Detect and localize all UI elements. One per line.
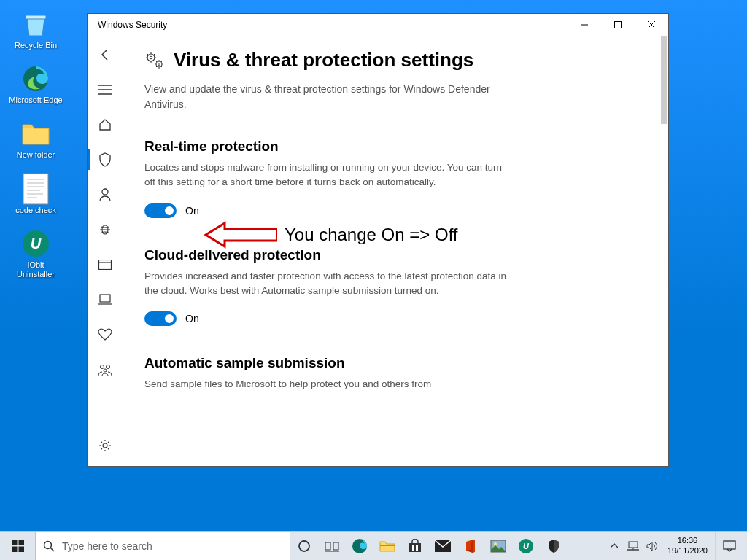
svg-point-18 [102,189,108,195]
cloud-protection-section: Cloud-delivered protection Provides incr… [144,247,646,327]
svg-rect-12 [615,22,622,28]
svg-line-36 [51,548,55,551]
close-button[interactable] [635,14,668,36]
auto-desc: Send sample files to Microsoft to help p… [144,377,509,392]
svg-point-27 [147,54,155,61]
action-center-icon[interactable] [715,532,743,561]
realtime-desc: Locates and stops malware from installin… [144,160,509,190]
maximize-button[interactable] [601,14,635,36]
svg-point-24 [107,365,110,369]
svg-point-29 [156,61,162,67]
cloud-toggle-label: On [185,313,199,324]
tray-network-icon[interactable] [625,532,641,561]
settings-icon[interactable] [88,431,123,460]
realtime-toggle[interactable] [144,203,177,218]
content-area: Virus & threat protection settings View … [123,36,668,466]
svg-point-26 [103,443,107,448]
edge-icon[interactable]: Microsoft Edge [9,63,63,105]
family-icon[interactable] [88,355,123,384]
svg-rect-32 [18,540,24,545]
svg-rect-53 [629,542,638,548]
titlebar[interactable]: Windows Security [88,14,668,36]
home-icon[interactable] [88,110,123,139]
realtime-toggle-label: On [185,205,199,217]
taskbar-clock[interactable]: 16:36 19/11/2020 [663,536,712,555]
svg-rect-21 [100,295,110,302]
svg-text:U: U [523,542,530,551]
svg-rect-19 [99,260,112,270]
svg-rect-2 [23,174,48,204]
auto-sample-section: Automatic sample submission Send sample … [144,355,646,392]
page-subtitle: View and update the virus & threat prote… [144,82,509,112]
svg-point-37 [299,541,309,551]
svg-rect-38 [325,542,330,550]
cloud-title: Cloud-delivered protection [144,247,646,263]
security-taskbar-icon[interactable] [540,532,568,561]
page-title: Virus & threat protection settings [174,49,473,71]
code-check-icon[interactable]: code check [9,174,63,215]
new-folder-icon[interactable]: New folder [9,118,63,160]
tray-volume-icon[interactable] [644,532,660,561]
start-button[interactable] [0,532,35,561]
shield-icon[interactable] [88,145,123,174]
svg-rect-39 [333,542,338,550]
system-tray: 16:36 19/11/2020 [606,532,747,561]
windows-security-window: Windows Security [87,13,669,467]
desktop: Recycle Bin Microsoft Edge New folder co… [0,0,747,560]
recycle-bin-icon[interactable]: Recycle Bin [9,9,63,50]
sidebar [88,36,123,466]
pictures-taskbar-icon[interactable] [484,532,512,561]
svg-rect-45 [416,545,418,548]
scrollbar[interactable] [659,36,667,182]
svg-rect-43 [409,543,421,552]
taskbar-apps: U [290,532,568,561]
task-view-icon[interactable] [318,532,346,561]
search-placeholder: Type here to search [62,540,152,552]
svg-rect-47 [416,548,418,551]
edge-taskbar-icon[interactable] [346,532,374,561]
desktop-icons: Recycle Bin Microsoft Edge New folder co… [9,9,67,292]
app-browser-icon[interactable] [88,250,123,279]
device-security-icon[interactable] [88,285,123,314]
cortana-icon[interactable] [290,532,318,561]
svg-rect-44 [412,545,414,548]
menu-button[interactable] [88,75,123,104]
store-taskbar-icon[interactable] [401,532,429,561]
firewall-icon[interactable] [88,215,123,244]
svg-rect-33 [12,547,18,553]
svg-rect-34 [18,547,24,553]
minimize-button[interactable] [568,14,601,36]
iobit-taskbar-icon[interactable]: U [512,532,540,561]
svg-rect-56 [724,541,735,549]
real-time-protection-section: Real-time protection Locates and stops m… [144,139,646,218]
clock-date: 19/11/2020 [667,546,708,556]
svg-rect-0 [26,15,46,19]
realtime-title: Real-time protection [144,139,646,155]
explorer-taskbar-icon[interactable] [374,532,401,561]
svg-point-23 [101,365,104,369]
iobit-uninstaller-icon[interactable]: U IObit Uninstaller [9,228,63,279]
office-taskbar-icon[interactable] [457,532,484,561]
svg-point-50 [494,542,497,545]
svg-point-28 [150,56,152,59]
svg-point-30 [158,63,160,65]
search-icon [43,540,55,552]
cloud-toggle[interactable] [144,311,177,326]
svg-rect-31 [12,540,18,545]
svg-point-25 [104,369,107,372]
virus-settings-icon [144,51,165,70]
mail-taskbar-icon[interactable] [429,532,457,561]
auto-title: Automatic sample submission [144,355,646,371]
account-icon[interactable] [88,180,123,209]
search-box[interactable]: Type here to search [35,532,290,561]
tray-overflow-icon[interactable] [606,532,622,561]
back-button[interactable] [88,40,123,69]
clock-time: 16:36 [667,536,708,545]
cloud-desc: Provides increased and faster protection… [144,269,509,299]
svg-rect-42 [380,545,395,546]
device-health-icon[interactable] [88,320,123,349]
svg-point-35 [44,541,52,548]
taskbar: Type here to search U 16:36 19/11/2020 [0,531,747,560]
svg-text:U: U [31,236,42,252]
svg-rect-46 [412,548,414,551]
